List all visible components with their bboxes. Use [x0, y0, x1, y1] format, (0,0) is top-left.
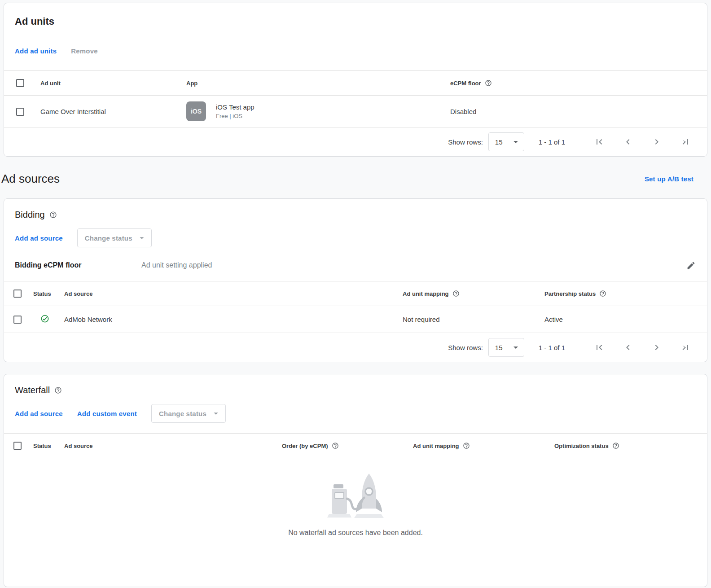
bidding-change-status-button[interactable]: Change status: [77, 228, 152, 247]
previous-page-button[interactable]: [623, 342, 633, 353]
next-page-button[interactable]: [651, 342, 662, 353]
waterfall-title: Waterfall: [15, 385, 696, 395]
waterfall-empty-message: No waterfall ad sources have been added.: [288, 529, 423, 537]
ad-units-header-row: Ad unit App eCPM floor: [4, 71, 707, 96]
last-page-icon: [680, 136, 691, 147]
rows-per-page-select[interactable]: 15: [488, 338, 524, 357]
admob-mediation-page: Ad units Add ad units Remove Ad unit App…: [0, 3, 711, 587]
waterfall-help-icon[interactable]: [54, 386, 62, 394]
bidding-ad-unit-mapping-value: Not required: [399, 306, 541, 333]
ad-unit-row-checkbox[interactable]: [16, 108, 24, 116]
bidding-add-ad-source-button[interactable]: Add ad source: [15, 234, 63, 242]
status-active-icon: [40, 314, 49, 323]
partnership-status-column-header: Partnership status: [544, 290, 596, 297]
bidding-help-icon[interactable]: [49, 211, 57, 219]
waterfall-add-ad-source-button[interactable]: Add ad source: [15, 410, 63, 417]
waterfall-table: Status Ad source Order (by eCPM) Ad unit…: [4, 433, 707, 458]
chevron-left-icon: [623, 136, 633, 147]
waterfall-title-text: Waterfall: [15, 385, 50, 395]
edit-icon: [686, 261, 696, 270]
page-range-label: 1 - 1 of 1: [539, 138, 565, 146]
last-page-button[interactable]: [680, 342, 691, 353]
rows-per-page-value: 15: [495, 138, 503, 146]
waterfall-add-custom-event-button[interactable]: Add custom event: [77, 410, 137, 417]
partnership-status-help-icon[interactable]: [599, 290, 606, 297]
ad-unit-column-header: Ad unit: [37, 71, 183, 96]
add-ad-units-button[interactable]: Add ad units: [15, 47, 57, 55]
app-info: iOS Test app Free | iOS: [216, 103, 255, 119]
ecpm-floor-help-icon[interactable]: [485, 79, 492, 87]
waterfall-empty-state: No waterfall ad sources have been added.: [4, 458, 707, 587]
last-page-button[interactable]: [680, 136, 691, 147]
ad-units-title: Ad units: [15, 16, 696, 27]
ad-unit-mapping-help-icon[interactable]: [452, 290, 460, 297]
edit-ecpm-floor-button[interactable]: [685, 260, 696, 271]
chevron-down-icon: [510, 342, 521, 353]
bidding-ad-source-column-header: Ad source: [61, 281, 399, 306]
first-page-button[interactable]: [594, 342, 605, 353]
bidding-title: Bidding: [15, 210, 696, 220]
chevron-down-icon: [211, 408, 221, 418]
select-all-bidding-checkbox[interactable]: [13, 290, 22, 298]
ios-app-icon: iOS: [186, 101, 206, 121]
select-all-ad-units-checkbox[interactable]: [16, 79, 24, 87]
bidding-card: Bidding Add ad source Change status Bidd…: [4, 198, 707, 362]
bidding-header-row: Status Ad source Ad unit mapping Partner…: [4, 281, 707, 306]
previous-page-button[interactable]: [623, 136, 633, 147]
rows-per-page-select[interactable]: 15: [488, 132, 524, 151]
optimization-status-column-header: Optimization status: [554, 443, 609, 449]
ad-unit-name: Game Over Interstitial: [37, 96, 183, 127]
bidding-ecpm-floor-row: Bidding eCPM floor Ad unit setting appli…: [4, 255, 707, 276]
ad-unit-row[interactable]: Game Over Interstitial iOS iOS Test app …: [4, 96, 707, 127]
waterfall-header-row: Status Ad source Order (by eCPM) Ad unit…: [4, 434, 707, 458]
ad-units-actions: Add ad units Remove: [4, 41, 707, 61]
first-page-icon: [594, 342, 605, 353]
bidding-status-column-header: Status: [30, 281, 61, 306]
bidding-ecpm-floor-value: Ad unit setting applied: [141, 261, 212, 269]
app-cell: iOS iOS Test app Free | iOS: [186, 101, 443, 121]
ad-units-card-header: Ad units: [4, 3, 707, 27]
waterfall-ad-unit-mapping-help-icon[interactable]: [463, 442, 470, 449]
bidding-ecpm-floor-label: Bidding eCPM floor: [15, 261, 141, 269]
app-meta: Free | iOS: [216, 113, 255, 119]
bidding-ad-source-name: AdMob Network: [61, 306, 399, 333]
chevron-left-icon: [623, 342, 633, 353]
ad-sources-title: Ad sources: [1, 172, 60, 186]
last-page-icon: [680, 342, 691, 353]
bidding-title-text: Bidding: [15, 210, 45, 220]
waterfall-ad-source-column-header: Ad source: [61, 434, 278, 458]
bidding-card-header: Bidding: [4, 199, 707, 220]
ad-unit-mapping-column-header: Ad unit mapping: [403, 290, 449, 297]
remove-ad-units-button[interactable]: Remove: [71, 47, 98, 55]
waterfall-status-column-header: Status: [30, 434, 61, 458]
chevron-down-icon: [510, 136, 521, 147]
optimization-status-help-icon[interactable]: [612, 442, 619, 449]
waterfall-change-status-label: Change status: [159, 410, 206, 417]
bidding-source-row[interactable]: AdMob Network Not required Active: [4, 306, 707, 333]
ecpm-floor-value: Disabled: [447, 96, 707, 127]
page-range-label: 1 - 1 of 1: [539, 344, 565, 351]
first-page-button[interactable]: [594, 136, 605, 147]
app-column-header: App: [183, 71, 447, 96]
bidding-table: Status Ad source Ad unit mapping Partner…: [4, 281, 707, 333]
select-all-waterfall-checkbox[interactable]: [13, 442, 22, 450]
rows-per-page-value: 15: [495, 344, 503, 351]
ad-sources-section-header: Ad sources Set up A/B test: [0, 157, 711, 198]
empty-state-illustration: [322, 471, 389, 522]
waterfall-change-status-button[interactable]: Change status: [151, 404, 226, 423]
order-help-icon[interactable]: [332, 442, 339, 449]
app-name: iOS Test app: [216, 103, 255, 111]
show-rows-label: Show rows:: [448, 344, 483, 351]
bidding-row-checkbox[interactable]: [13, 316, 22, 324]
waterfall-ad-unit-mapping-column-header: Ad unit mapping: [413, 443, 459, 449]
ad-units-table: Ad unit App eCPM floor Game Over Interst…: [4, 70, 707, 127]
waterfall-card: Waterfall Add ad source Add custom event…: [4, 374, 707, 587]
show-rows-label: Show rows:: [448, 138, 483, 146]
bidding-change-status-label: Change status: [85, 234, 132, 242]
ad-units-pagination: Show rows: 15 1 - 1 of 1: [4, 127, 707, 156]
bidding-partnership-status-value: Active: [541, 306, 707, 333]
setup-ab-test-link[interactable]: Set up A/B test: [645, 175, 693, 183]
next-page-button[interactable]: [651, 136, 662, 147]
bidding-pagination: Show rows: 15 1 - 1 of 1: [4, 333, 707, 362]
bidding-actions: Add ad source Change status: [4, 228, 707, 248]
